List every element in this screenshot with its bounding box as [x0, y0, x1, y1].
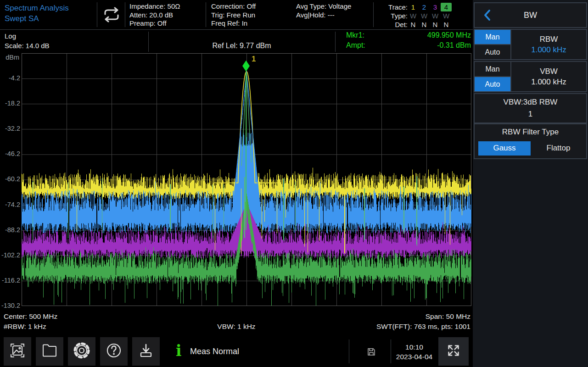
- divider: [206, 2, 206, 27]
- type-row-label: Type:: [377, 11, 408, 20]
- app-title-line2: Swept SA: [5, 13, 69, 24]
- y-axis-tick: -18.2: [0, 100, 20, 107]
- y-axis-tick: -102.2: [0, 251, 20, 259]
- spectrum-plot[interactable]: [22, 53, 471, 306]
- ref-level-readout: Ref Lel: 9.77 dBm: [212, 42, 271, 52]
- time-readout: 10:10: [405, 342, 423, 352]
- settings-button[interactable]: [68, 337, 95, 366]
- divider: [97, 2, 97, 27]
- filter-flattop-button[interactable]: Flattop: [531, 144, 586, 153]
- rbw-auto-button[interactable]: Auto: [475, 45, 510, 59]
- screenshot-button[interactable]: [4, 337, 31, 366]
- vbw-value-area[interactable]: VBW 1.000 kHz: [510, 62, 586, 91]
- trace-num-4[interactable]: 4: [441, 3, 452, 11]
- vbw-value: 1.000 kHz: [531, 78, 566, 87]
- correction-readout: Correction: Off: [211, 2, 256, 11]
- app-title-line1: Spectrum Analysis: [5, 3, 69, 13]
- marker-amplitude: -0.31 dBm: [437, 40, 471, 50]
- continuous-sweep-icon[interactable]: [101, 7, 123, 24]
- y-axis-unit: dBm: [2, 54, 19, 61]
- freq-ref-readout: Freq Ref: In: [211, 19, 256, 28]
- trace-det-4: N: [441, 20, 452, 29]
- rbw-label: RBW: [540, 35, 558, 44]
- display-header: Log Scale: 14.0 dB Ref Lel: 9.77 dBm Mkr…: [0, 30, 473, 53]
- rbw-value-area[interactable]: RBW 1.000 kHz: [510, 30, 586, 59]
- trace-type-4: W: [441, 11, 452, 20]
- bw-menu-sidebar: BW Man Auto RBW 1.000 kHz Man Auto: [473, 0, 588, 367]
- save-file-icon: [137, 341, 155, 361]
- sweep-time-readout: SWT(FFT): 763 ms, pts: 1001: [376, 323, 470, 331]
- bottom-toolbar: i Meas Normal 10:10 2023-04-04: [0, 336, 473, 367]
- trace-status-block: Trace: 1 2 3 4 Type: W W W W Det: N N N …: [377, 3, 452, 29]
- trace-row-label: Trace:: [377, 3, 408, 11]
- vbw-man-button[interactable]: Man: [475, 62, 510, 76]
- expand-arrows-icon: [446, 343, 461, 360]
- info-icon: i: [176, 342, 182, 360]
- vbw-3db-rbw-panel[interactable]: VBW:3dB RBW 1: [475, 94, 586, 122]
- file-browser-button[interactable]: [36, 337, 63, 366]
- vbw-man-auto-toggle: Man Auto: [475, 62, 510, 91]
- trace-type-1: W: [408, 11, 419, 20]
- trigger-readout: Trig: Free Run: [211, 11, 256, 20]
- divider: [349, 339, 349, 363]
- top-status-bar: Spectrum Analysis Swept SA Impedance: 50…: [0, 0, 473, 30]
- scale-readout: Scale: 14.0 dB: [5, 41, 50, 50]
- y-axis-tick: -116.2: [0, 277, 20, 284]
- filter-gauss-button[interactable]: Gauss: [478, 141, 531, 156]
- scale-mode-readout: Log: [5, 31, 50, 41]
- vbw-auto-button[interactable]: Auto: [475, 77, 510, 91]
- trace-det-1: N: [408, 20, 419, 29]
- app-title: Spectrum Analysis Swept SA: [5, 3, 69, 24]
- divider: [125, 2, 125, 27]
- gear-icon: [72, 341, 91, 362]
- preamp-readout: Preamp: Off: [129, 19, 180, 28]
- vbw-label: VBW: [540, 67, 558, 76]
- trace-type-3: W: [430, 11, 441, 20]
- trace-num-1[interactable]: 1: [408, 3, 419, 11]
- help-icon: [105, 341, 123, 361]
- trace-num-3[interactable]: 3: [430, 3, 441, 11]
- atten-readout: Atten: 20.0 dB: [129, 11, 180, 20]
- trace-det-3: N: [430, 20, 441, 29]
- chart-footer: Center: 500 MHz #RBW: 1 kHz VBW: 1 kHz S…: [0, 306, 473, 336]
- rbw-man-auto-toggle: Man Auto: [475, 30, 510, 59]
- sidebar-title: BW: [475, 11, 586, 20]
- folder-icon: [40, 341, 59, 361]
- trace-type-2: W: [419, 11, 430, 20]
- average-settings-block: Avg Type: Voltage Avg|Hold: ---: [296, 2, 351, 19]
- avg-type-readout: Avg Type: Voltage: [296, 2, 351, 11]
- rbw-man-button[interactable]: Man: [475, 30, 510, 44]
- rbw-value: 1.000 kHz: [531, 45, 566, 55]
- avg-hold-readout: Avg|Hold: ---: [296, 11, 351, 20]
- help-button[interactable]: [100, 337, 128, 366]
- date-readout: 2023-04-04: [396, 352, 432, 361]
- screenshot-icon: [8, 341, 27, 361]
- fullscreen-button[interactable]: [438, 337, 469, 366]
- trace-num-2[interactable]: 2: [419, 3, 430, 11]
- marker-name: Mkr1:: [346, 30, 364, 40]
- impedance-readout: Impedance: 50Ω: [129, 2, 180, 11]
- y-axis-tick: -88.2: [0, 226, 20, 234]
- spectrum-analyzer-screen: Spectrum Analysis Swept SA Impedance: 50…: [0, 0, 588, 367]
- save-state-icon[interactable]: [365, 336, 377, 367]
- trigger-settings-block: Correction: Off Trig: Free Run Freq Ref:…: [211, 2, 256, 28]
- marker-frequency: 499.950 MHz: [427, 30, 471, 40]
- det-row-label: Det:: [377, 20, 408, 29]
- y-axis-tick: -74.2: [0, 201, 20, 208]
- rbw-filter-type-panel: RBW Filter Type Gauss Flattop: [475, 124, 586, 158]
- vbw-3db-rbw-label: VBW:3dB RBW: [504, 98, 558, 107]
- y-axis-tick: -60.2: [0, 175, 20, 183]
- sidebar-header[interactable]: BW: [475, 3, 586, 27]
- rbw-filter-type-label: RBW Filter Type: [502, 128, 559, 137]
- marker-readout: Mkr1: 499.950 MHz Ampt: -0.31 dBm: [335, 30, 471, 50]
- divider: [391, 339, 391, 363]
- trace-det-2: N: [419, 20, 430, 29]
- divider: [373, 2, 374, 27]
- y-axis-tick: -32.2: [0, 125, 20, 132]
- rbw-panel: Man Auto RBW 1.000 kHz: [475, 30, 586, 59]
- save-button[interactable]: [132, 337, 160, 366]
- vbw-3db-rbw-value: 1: [528, 110, 532, 119]
- span-readout: Span: 50 MHz: [426, 312, 470, 321]
- marker-ampt-label: Ampt:: [346, 40, 365, 50]
- y-axis-tick: -4.2: [0, 74, 20, 82]
